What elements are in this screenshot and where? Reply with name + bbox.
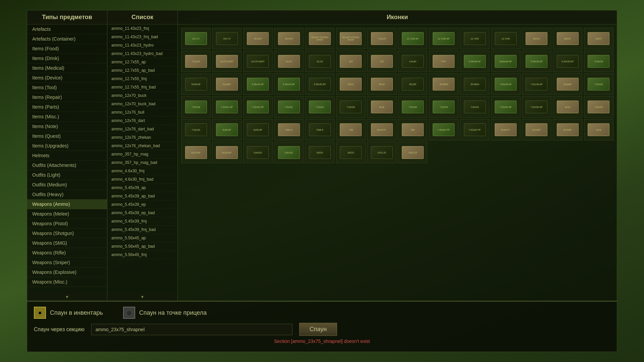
icon-item[interactable]: 9x18+P+ [491,119,521,140]
icon-item[interactable]: 5x45x39 [181,73,211,95]
icon-item[interactable]: .45 ACP [274,28,304,49]
icon-item[interactable]: 7.62x51 [274,96,304,118]
icon-item[interactable]: 12.7x55 AP [398,28,427,49]
list-item[interactable]: ammo_12x76_bull [107,108,177,117]
type-item-items_medical[interactable]: Items (Medical) [27,63,107,73]
icon-item[interactable]: DART [584,28,613,49]
type-item-weapons_misc[interactable]: Weapons (Misc.) [27,277,107,287]
list-item[interactable]: ammo_5.45x39_ep [107,200,177,209]
type-item-weapons_ammo[interactable]: Weapons (Ammo) [27,199,107,209]
icon-item[interactable]: OG-7V [212,28,241,49]
icon-item[interactable]: .50 BMG [460,73,489,95]
icon-item[interactable]: GAUSS [243,142,273,163]
icon-item[interactable]: 9x19JSP [181,142,211,163]
type-item-artefacts_container[interactable]: Artefacts (Container) [27,34,107,44]
icon-item[interactable]: 9x39 AP [212,119,241,140]
icon-item[interactable]: 7.62x54 PP [460,119,489,140]
list-item[interactable]: ammo_12.7x55_fmj_bad [107,83,177,92]
icon-item[interactable]: 12.7x55 AP [429,28,459,49]
list-item[interactable]: ammo_12x76_zhekan [107,133,177,142]
icon-item[interactable]: 9x19AP [522,119,551,140]
icon-item[interactable]: 7.62x39 AP [522,73,551,95]
icon-item[interactable]: 7.62x54 AP [522,96,551,118]
icon-item[interactable]: 338 [398,119,427,140]
icon-item[interactable]: 9x19+P+ [367,119,396,140]
type-item-weapons_rifle[interactable]: Weapons (Rifle) [27,248,107,258]
icon-item[interactable]: 9x19AP [553,119,582,140]
icon-item[interactable]: 9x18AP [212,73,241,95]
list-item[interactable]: ammo_11.43x23_hydro_bad [107,50,177,58]
icon-item[interactable]: 7.62x51 AP [243,96,273,118]
types-list[interactable]: ArtefactsArtefacts (Container)Items (Foo… [27,24,107,293]
icon-item[interactable]: PAB-9 [305,119,334,140]
icon-item[interactable]: 5.56x45 AP [274,73,304,95]
type-item-weapons_melee[interactable]: Weapons (Melee) [27,209,107,219]
list-item[interactable]: ammo_5.45x39_ep_bad [107,209,177,217]
list-item[interactable]: ammo_12x76_dart_bad [107,125,177,133]
type-item-items_quest[interactable]: Items (Quest) [27,131,107,141]
icon-item[interactable]: 9x39 AP [243,119,273,140]
spawn-section-input[interactable] [91,324,292,335]
list-item[interactable]: ammo_357_hp_mag [107,150,177,159]
type-item-items_misc[interactable]: Items (Misc.) [27,112,107,122]
list-item[interactable]: ammo_12.7x55_fmj [107,75,177,83]
icon-item[interactable]: VOG.25 [398,142,427,163]
icon-item[interactable]: 7.62x51 AP [212,96,241,118]
type-item-outfits_attachments[interactable]: Outfits (Attachments) [27,161,107,170]
type-item-outfits_medium[interactable]: Outfits (Medium) [27,180,107,190]
icon-item[interactable]: BUCK [522,28,551,49]
icon-item[interactable]: 4.6x30 [398,51,427,72]
list-item[interactable]: ammo_11.43x23_fmj_bad [107,33,177,41]
type-item-artefacts[interactable]: Artefacts [27,24,107,34]
icon-item[interactable]: 7.62x39 AP [491,73,521,95]
icon-item[interactable]: M2D3 [336,142,366,163]
icon-item[interactable]: BUCK [553,28,582,49]
icon-item[interactable]: 7.92x33 [181,119,211,140]
type-item-items_device[interactable]: Items (Device) [27,73,107,83]
type-item-items_parts[interactable]: Items (Parts) [27,102,107,112]
icon-item[interactable]: .357 [367,51,396,72]
icon-item[interactable]: 12x76 DART [243,51,273,72]
icon-item[interactable]: PAB-9 [274,119,304,140]
items-list[interactable]: ammo_11.43x23_fmjammo_11.43x23_fmj_badam… [107,24,177,293]
type-item-weapons_sniper[interactable]: Weapons (Sniper) [27,258,107,267]
icon-item[interactable]: M2D3 [305,142,334,163]
icon-item[interactable]: 7.62x51 [305,96,334,118]
items-scroll-down[interactable]: ▼ [107,293,177,301]
type-item-helmets[interactable]: Helmets [27,151,107,161]
type-item-outfits_light[interactable]: Outfits (Light) [27,170,107,180]
icon-item[interactable]: 5.45x39 AP [460,51,489,72]
icons-grid[interactable]: OG-7VOG-7V.45 ACP.45 ACP.45 ACP HYDRA-SH… [178,24,617,301]
icon-item[interactable]: 5.45x39 [584,51,613,72]
type-item-weapons_pistol[interactable]: Weapons (Pistol) [27,219,107,229]
type-item-items_upgrades[interactable]: Items (Upgrades) [27,141,107,151]
icon-item[interactable]: .357 [336,51,366,72]
list-item[interactable]: ammo_5.45x39_ap [107,184,177,192]
icon-item[interactable]: 7.62x54 [398,96,427,118]
type-item-outfits_heavy[interactable]: Outfits (Heavy) [27,190,107,199]
type-item-weapons_shotgun[interactable]: Weapons (Shotgun) [27,229,107,238]
icon-item[interactable]: SLUG [274,51,304,72]
list-item[interactable]: ammo_5.45x39_fmj_bad [107,226,177,234]
list-item[interactable]: ammo_5.56x45_ap [107,234,177,242]
icon-item[interactable]: 9G19 [367,73,396,95]
icon-item[interactable]: 12x76 DART [212,51,241,72]
icon-item[interactable]: 7.62x25 [181,51,211,72]
list-item[interactable]: ammo_357_hp_mag_bad [107,159,177,167]
type-item-weapons_explosive[interactable]: Weapons (Explosive) [27,267,107,277]
type-item-items_repair[interactable]: Items (Repair) [27,93,107,102]
icon-item[interactable]: VOG.25 [367,142,396,163]
icon-item[interactable]: .45 ACP HYDRA-SHOK [336,28,366,49]
icon-item[interactable]: 7.62x54 [429,96,459,118]
icon-item[interactable]: 9x18 [553,96,582,118]
icon-item[interactable]: 9x18AP [553,73,582,95]
list-item[interactable]: ammo_12x70_buck [107,92,177,100]
icon-item[interactable]: 7.92x33 [584,96,613,118]
icon-item[interactable]: 9G195 [398,73,427,95]
list-item[interactable]: ammo_12x76_zhekan_bad [107,142,177,150]
icon-item[interactable]: 12.7x55 [491,28,521,49]
list-item[interactable]: ammo_5.56x45_fmj [107,251,177,259]
icon-item[interactable]: 9x18 [367,96,396,118]
icon-item[interactable]: 7.62x54 [460,96,489,118]
type-item-items_tool[interactable]: Items (Tool) [27,83,107,93]
